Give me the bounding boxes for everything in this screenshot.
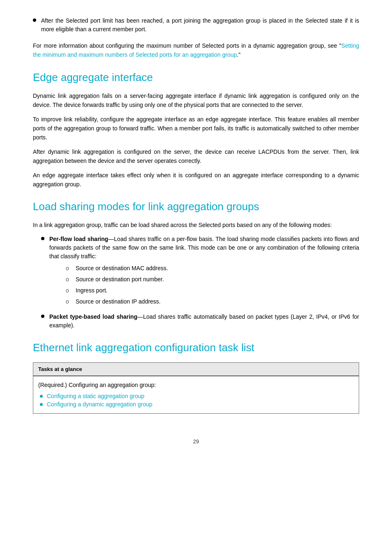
sub-bullet-o-4: o — [66, 297, 71, 306]
edge-para-4: An edge aggregate interface takes effect… — [33, 171, 359, 189]
bullet-text-1: After the Selected port limit has been r… — [41, 16, 359, 34]
load-bullet-text-2: Packet type-based load sharing—Load shar… — [49, 313, 359, 330]
sub-bullet-text-3: Ingress port. — [76, 286, 359, 295]
sub-bullet-3: o Ingress port. — [66, 286, 359, 295]
page-number: 29 — [33, 438, 359, 445]
load-bullet-dot-1 — [41, 237, 44, 240]
sub-bullet-2: o Source or destination port number. — [66, 275, 359, 284]
task-table-body: (Required.) Configuring an aggregation g… — [33, 376, 359, 414]
task-required-text: (Required.) Configuring an aggregation g… — [38, 380, 354, 389]
load-intro: In a link aggregation group, traffic can… — [33, 220, 359, 229]
task-link-item-1: Configuring a static aggregation group — [38, 393, 354, 399]
task-table: Tasks at a glance (Required.) Configurin… — [33, 362, 359, 414]
intro-para-text-1: For more information about configuring t… — [33, 42, 341, 49]
ethernet-section-heading: Ethernet link aggregation configuration … — [33, 341, 359, 354]
load-section-heading: Load sharing modes for link aggregation … — [33, 200, 359, 213]
sub-bullet-text-4: Source or destination IP address. — [76, 297, 359, 306]
bullet-dot-1 — [33, 19, 36, 22]
load-bullet-1: Per-flow load sharing—Load shares traffi… — [41, 235, 359, 308]
intro-para: For more information about configuring t… — [33, 41, 359, 60]
sub-bullet-text-2: Source or destination port number. — [76, 275, 359, 284]
task-bullet-dot-1 — [40, 395, 43, 398]
intro-bullets: After the Selected port limit has been r… — [33, 16, 359, 34]
load-bullet-text-1: Per-flow load sharing—Load shares traffi… — [49, 235, 359, 308]
load-bullet2-bold: Packet type-based load sharing — [49, 313, 137, 320]
sub-bullet-section: o Source or destination MAC address. o S… — [49, 264, 359, 306]
sub-bullet-text-1: Source or destination MAC address. — [76, 264, 359, 273]
sub-bullet-o-1: o — [66, 264, 71, 273]
sub-bullet-4: o Source or destination IP address. — [66, 297, 359, 306]
load-bullet1-bold: Per-flow load sharing — [49, 236, 108, 242]
edge-section-heading: Edge aggregate interface — [33, 71, 359, 84]
load-bullet-2: Packet type-based load sharing—Load shar… — [41, 313, 359, 330]
bullet-item-1: After the Selected port limit has been r… — [33, 16, 359, 34]
task-bullet-dot-2 — [40, 403, 43, 406]
sub-bullet-o-2: o — [66, 275, 71, 284]
load-bullet-dot-2 — [41, 315, 44, 318]
sub-bullet-1: o Source or destination MAC address. — [66, 264, 359, 273]
task-link-2[interactable]: Configuring a dynamic aggregation group — [47, 401, 152, 408]
edge-para-1: Dynamic link aggregation fails on a serv… — [33, 91, 359, 110]
load-bullet-section: Per-flow load sharing—Load shares traffi… — [33, 235, 359, 330]
sub-bullet-o-3: o — [66, 286, 71, 295]
edge-para-3: After dynamic link aggregation is config… — [33, 147, 359, 166]
task-table-header: Tasks at a glance — [33, 362, 359, 376]
edge-para-2: To improve link reliability, configure t… — [33, 115, 359, 142]
task-link-item-2: Configuring a dynamic aggregation group — [38, 401, 354, 408]
intro-para-text-2: ." — [237, 51, 240, 58]
task-link-1[interactable]: Configuring a static aggregation group — [47, 393, 144, 399]
